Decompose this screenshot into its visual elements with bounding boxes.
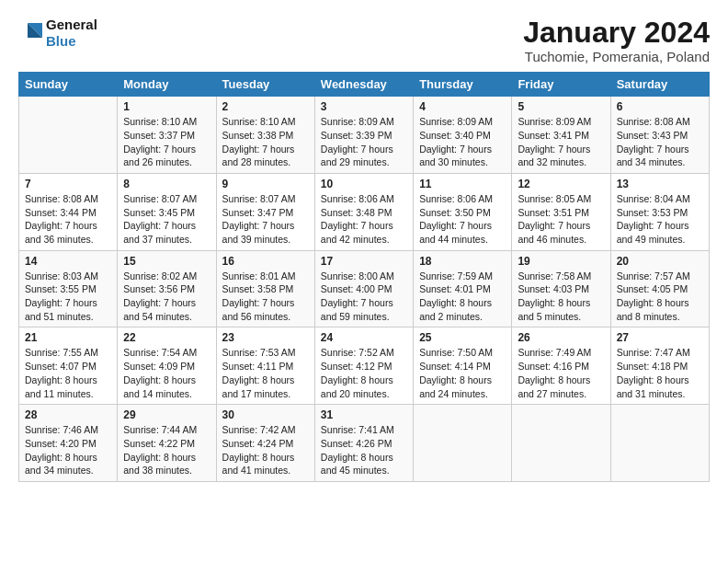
week-row-4: 28Sunrise: 7:46 AM Sunset: 4:20 PM Dayli… — [19, 405, 710, 482]
day-number: 31 — [321, 408, 407, 421]
cell-info: Sunrise: 7:46 AM Sunset: 4:20 PM Dayligh… — [25, 423, 111, 477]
logo-text: General Blue — [46, 17, 97, 50]
day-number: 29 — [123, 408, 210, 421]
day-number: 8 — [123, 178, 210, 190]
day-number: 14 — [25, 255, 111, 268]
day-number: 20 — [617, 255, 703, 268]
page: General Blue January 2024 Tuchomie, Pome… — [0, 0, 728, 563]
cell-w3-d2: 23Sunrise: 7:53 AM Sunset: 4:11 PM Dayli… — [216, 327, 314, 405]
cell-w2-d1: 15Sunrise: 8:02 AM Sunset: 3:56 PM Dayli… — [118, 250, 216, 327]
cell-info: Sunrise: 8:08 AM Sunset: 3:44 PM Dayligh… — [25, 192, 111, 247]
cell-info: Sunrise: 7:53 AM Sunset: 4:11 PM Dayligh… — [222, 346, 309, 400]
cell-info: Sunrise: 8:09 AM Sunset: 3:39 PM Dayligh… — [321, 115, 407, 169]
cell-w2-d2: 16Sunrise: 8:01 AM Sunset: 3:58 PM Dayli… — [216, 250, 314, 327]
cell-w3-d0: 21Sunrise: 7:55 AM Sunset: 4:07 PM Dayli… — [19, 327, 118, 405]
main-title: January 2024 — [523, 17, 710, 49]
cell-info: Sunrise: 7:44 AM Sunset: 4:22 PM Dayligh… — [123, 423, 210, 477]
cell-info: Sunrise: 8:07 AM Sunset: 3:47 PM Dayligh… — [222, 192, 309, 247]
logo: General Blue — [18, 17, 97, 50]
cell-info: Sunrise: 8:07 AM Sunset: 3:45 PM Dayligh… — [123, 192, 210, 247]
day-number: 22 — [123, 331, 210, 344]
cell-w3-d1: 22Sunrise: 7:54 AM Sunset: 4:09 PM Dayli… — [118, 327, 216, 405]
cell-w4-d3: 31Sunrise: 7:41 AM Sunset: 4:26 PM Dayli… — [314, 405, 413, 482]
cell-info: Sunrise: 8:04 AM Sunset: 3:53 PM Dayligh… — [617, 192, 703, 247]
day-number: 23 — [222, 331, 309, 344]
cell-w1-d6: 13Sunrise: 8:04 AM Sunset: 3:53 PM Dayli… — [610, 173, 709, 250]
cell-w3-d4: 25Sunrise: 7:50 AM Sunset: 4:14 PM Dayli… — [414, 327, 512, 405]
day-number: 12 — [518, 178, 604, 190]
day-number: 11 — [419, 178, 506, 190]
cell-info: Sunrise: 7:57 AM Sunset: 4:05 PM Dayligh… — [617, 270, 703, 324]
cell-info: Sunrise: 7:50 AM Sunset: 4:14 PM Dayligh… — [419, 346, 506, 400]
cell-w2-d4: 18Sunrise: 7:59 AM Sunset: 4:01 PM Dayli… — [414, 250, 512, 327]
cell-w4-d1: 29Sunrise: 7:44 AM Sunset: 4:22 PM Dayli… — [118, 405, 216, 482]
cell-w2-d5: 19Sunrise: 7:58 AM Sunset: 4:03 PM Dayli… — [512, 250, 610, 327]
cell-w1-d1: 8Sunrise: 8:07 AM Sunset: 3:45 PM Daylig… — [118, 173, 216, 250]
cell-info: Sunrise: 8:05 AM Sunset: 3:51 PM Dayligh… — [518, 192, 604, 247]
cell-info: Sunrise: 7:49 AM Sunset: 4:16 PM Dayligh… — [518, 346, 604, 400]
col-tuesday: Tuesday — [216, 73, 314, 97]
cell-w0-d3: 3Sunrise: 8:09 AM Sunset: 3:39 PM Daylig… — [314, 97, 413, 174]
day-number: 2 — [222, 100, 309, 113]
calendar-body: 1Sunrise: 8:10 AM Sunset: 3:37 PM Daylig… — [19, 97, 710, 482]
day-number: 21 — [25, 331, 111, 344]
cell-w1-d4: 11Sunrise: 8:06 AM Sunset: 3:50 PM Dayli… — [414, 173, 512, 250]
col-wednesday: Wednesday — [314, 73, 413, 97]
week-row-0: 1Sunrise: 8:10 AM Sunset: 3:37 PM Daylig… — [19, 97, 710, 174]
cell-w3-d3: 24Sunrise: 7:52 AM Sunset: 4:12 PM Dayli… — [314, 327, 413, 405]
cell-w0-d2: 2Sunrise: 8:10 AM Sunset: 3:38 PM Daylig… — [216, 97, 314, 174]
cell-w4-d2: 30Sunrise: 7:42 AM Sunset: 4:24 PM Dayli… — [216, 405, 314, 482]
subtitle: Tuchomie, Pomerania, Poland — [523, 49, 710, 64]
cell-info: Sunrise: 8:00 AM Sunset: 4:00 PM Dayligh… — [321, 270, 407, 324]
cell-info: Sunrise: 7:59 AM Sunset: 4:01 PM Dayligh… — [419, 270, 506, 324]
day-number: 17 — [321, 255, 407, 268]
cell-info: Sunrise: 7:55 AM Sunset: 4:07 PM Dayligh… — [25, 346, 111, 400]
day-number: 28 — [25, 408, 111, 421]
cell-info: Sunrise: 8:09 AM Sunset: 3:41 PM Dayligh… — [518, 115, 604, 169]
cell-info: Sunrise: 8:10 AM Sunset: 3:37 PM Dayligh… — [123, 115, 210, 169]
cell-w4-d4 — [414, 405, 512, 482]
cell-info: Sunrise: 8:03 AM Sunset: 3:55 PM Dayligh… — [25, 270, 111, 324]
cell-info: Sunrise: 8:01 AM Sunset: 3:58 PM Dayligh… — [222, 270, 309, 324]
day-number: 30 — [222, 408, 309, 421]
week-row-2: 14Sunrise: 8:03 AM Sunset: 3:55 PM Dayli… — [19, 250, 710, 327]
cell-info: Sunrise: 7:54 AM Sunset: 4:09 PM Dayligh… — [123, 346, 210, 400]
day-number: 1 — [123, 100, 210, 113]
day-number: 5 — [518, 100, 604, 113]
cell-info: Sunrise: 8:09 AM Sunset: 3:40 PM Dayligh… — [419, 115, 506, 169]
cell-info: Sunrise: 7:52 AM Sunset: 4:12 PM Dayligh… — [321, 346, 407, 400]
cell-info: Sunrise: 7:42 AM Sunset: 4:24 PM Dayligh… — [222, 423, 309, 477]
cell-w2-d0: 14Sunrise: 8:03 AM Sunset: 3:55 PM Dayli… — [19, 250, 118, 327]
day-number: 24 — [321, 331, 407, 344]
cell-w1-d2: 9Sunrise: 8:07 AM Sunset: 3:47 PM Daylig… — [216, 173, 314, 250]
col-saturday: Saturday — [610, 73, 709, 97]
cell-info: Sunrise: 8:08 AM Sunset: 3:43 PM Dayligh… — [617, 115, 703, 169]
day-number: 3 — [321, 100, 407, 113]
cell-w1-d0: 7Sunrise: 8:08 AM Sunset: 3:44 PM Daylig… — [19, 173, 118, 250]
cell-w0-d5: 5Sunrise: 8:09 AM Sunset: 3:41 PM Daylig… — [512, 97, 610, 174]
week-row-3: 21Sunrise: 7:55 AM Sunset: 4:07 PM Dayli… — [19, 327, 710, 405]
header: General Blue January 2024 Tuchomie, Pome… — [18, 17, 710, 64]
day-number: 15 — [123, 255, 210, 268]
cell-info: Sunrise: 7:58 AM Sunset: 4:03 PM Dayligh… — [518, 270, 604, 324]
cell-w4-d6 — [610, 405, 709, 482]
cell-w0-d1: 1Sunrise: 8:10 AM Sunset: 3:37 PM Daylig… — [118, 97, 216, 174]
col-sunday: Sunday — [19, 73, 118, 97]
cell-info: Sunrise: 8:10 AM Sunset: 3:38 PM Dayligh… — [222, 115, 309, 169]
day-number: 13 — [617, 178, 703, 190]
header-row: Sunday Monday Tuesday Wednesday Thursday… — [19, 73, 710, 97]
col-thursday: Thursday — [414, 73, 512, 97]
cell-w2-d3: 17Sunrise: 8:00 AM Sunset: 4:00 PM Dayli… — [314, 250, 413, 327]
cell-info: Sunrise: 8:02 AM Sunset: 3:56 PM Dayligh… — [123, 270, 210, 324]
logo-icon — [18, 19, 44, 45]
day-number: 6 — [617, 100, 703, 113]
cell-w3-d5: 26Sunrise: 7:49 AM Sunset: 4:16 PM Dayli… — [512, 327, 610, 405]
day-number: 7 — [25, 178, 111, 190]
cell-w1-d3: 10Sunrise: 8:06 AM Sunset: 3:48 PM Dayli… — [314, 173, 413, 250]
cell-info: Sunrise: 7:41 AM Sunset: 4:26 PM Dayligh… — [321, 423, 407, 477]
day-number: 25 — [419, 331, 506, 344]
title-block: January 2024 Tuchomie, Pomerania, Poland — [523, 17, 710, 64]
day-number: 19 — [518, 255, 604, 268]
col-friday: Friday — [512, 73, 610, 97]
week-row-1: 7Sunrise: 8:08 AM Sunset: 3:44 PM Daylig… — [19, 173, 710, 250]
